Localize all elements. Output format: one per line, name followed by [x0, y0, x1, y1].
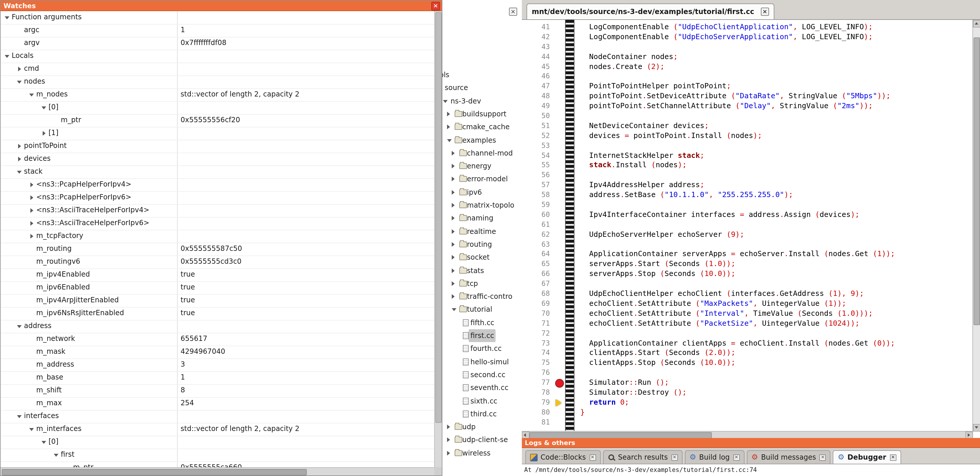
watch-row[interactable]: <ns3::AsciiTraceHelperForIpv4>	[1, 204, 434, 217]
collapse-icon[interactable]	[4, 14, 12, 20]
tree-item-first-cc[interactable]: first.cc	[442, 329, 522, 342]
code-line[interactable]: 70 echoClient.SetAttribute ("Interval", …	[522, 309, 973, 319]
watch-row[interactable]: m_max254	[1, 397, 434, 411]
line-number[interactable]: 78	[522, 388, 555, 398]
line-number[interactable]: 44	[522, 52, 555, 62]
tree-item-cmake-cache[interactable]: cmake_cache	[442, 120, 522, 133]
code-editor[interactable]: 41 LogComponentEnable ("UdpEchoClientApp…	[522, 20, 973, 431]
watch-row[interactable]: argv0x7fffffffdf08	[1, 37, 434, 50]
watch-row[interactable]: nodes	[1, 75, 434, 89]
line-number[interactable]: 52	[522, 131, 555, 141]
watches-horizontal-scrollbar[interactable]	[1, 467, 434, 475]
code-line[interactable]: 51 NetDeviceContainer devices;	[522, 121, 973, 131]
tree-item-source[interactable]: source	[442, 81, 522, 94]
expand-icon[interactable]	[29, 207, 36, 213]
code-line[interactable]: 48 pointToPoint.SetDeviceAttribute ("Dat…	[522, 91, 973, 101]
watch-row[interactable]: m_ipv6Enabledtrue	[1, 281, 434, 295]
line-number[interactable]: 76	[522, 368, 555, 378]
watch-row[interactable]: argc1	[1, 24, 434, 37]
watch-row[interactable]: m_nodesstd::vector of length 2, capacity…	[1, 88, 434, 102]
close-icon[interactable]: ×	[431, 2, 440, 11]
code-line[interactable]: 78 Simulator::Destroy ();	[522, 388, 973, 398]
watch-row[interactable]: [0]	[1, 101, 434, 115]
watch-row[interactable]: devices	[1, 153, 434, 166]
expand-icon[interactable]	[29, 195, 36, 200]
code-line[interactable]: 44 NodeContainer nodes;	[522, 52, 973, 62]
line-number[interactable]: 59	[522, 200, 555, 210]
expand-icon[interactable]	[447, 112, 450, 117]
expand-icon[interactable]	[452, 216, 455, 221]
expand-icon[interactable]	[452, 229, 455, 233]
expand-icon[interactable]	[452, 203, 455, 208]
tree-item-channel-mod[interactable]: channel-mod	[442, 147, 522, 160]
line-number[interactable]: 69	[522, 299, 555, 309]
line-number[interactable]: 49	[522, 101, 555, 111]
watch-row[interactable]: [1]	[1, 127, 434, 141]
code-line[interactable]: 61	[522, 220, 973, 230]
watch-row[interactable]: cmd	[1, 62, 434, 76]
tree-item-stats[interactable]: stats	[442, 264, 522, 277]
watch-row[interactable]: [0]	[1, 436, 434, 449]
code-line[interactable]: 62 UdpEchoServerHelper echoServer (9);	[522, 230, 973, 240]
collapse-icon[interactable]	[452, 308, 457, 311]
tree-item-naming[interactable]: naming	[442, 212, 522, 225]
expand-icon[interactable]	[447, 450, 450, 455]
code-line[interactable]: 52 devices = pointToPoint.Install (nodes…	[522, 131, 973, 141]
expand-icon[interactable]	[447, 125, 450, 129]
line-number[interactable]: 55	[522, 161, 555, 171]
expand-icon[interactable]	[447, 425, 450, 429]
code-line[interactable]: 67	[522, 279, 973, 289]
code-line[interactable]: 81	[522, 417, 973, 427]
code-line[interactable]: 75 clientApps.Stop (Seconds (10.0));	[522, 358, 973, 368]
watch-row[interactable]: m_interfacesstd::vector of length 2, cap…	[1, 423, 434, 436]
tree-item-wireless[interactable]: wireless	[442, 446, 522, 459]
tree-item-udp-client-se[interactable]: udp-client-se	[442, 434, 522, 446]
line-number[interactable]: 43	[522, 42, 555, 52]
code-line[interactable]: 53	[522, 141, 973, 150]
editor-horizontal-scrollbar[interactable]	[522, 431, 973, 438]
watch-row[interactable]: m_ipv4Enabledtrue	[1, 268, 434, 282]
tree-item-ipv6[interactable]: ipv6	[442, 186, 522, 198]
collapse-icon[interactable]	[4, 53, 12, 59]
watch-row[interactable]: <ns3::PcapHelperForIpv4>	[1, 178, 434, 192]
collapse-icon[interactable]	[41, 104, 48, 110]
expand-icon[interactable]	[452, 294, 455, 299]
breakpoint-icon[interactable]	[555, 379, 564, 388]
tree-item-third-cc[interactable]: third.cc	[442, 407, 522, 420]
close-icon[interactable]: ×	[733, 454, 740, 460]
editor-tab[interactable]: mnt/dev/tools/source/ns-3-dev/examples/t…	[527, 3, 774, 19]
line-number[interactable]: 57	[522, 180, 555, 190]
code-line[interactable]: 64 ApplicationContainer serverApps = ech…	[522, 249, 973, 259]
code-line[interactable]: 63	[522, 240, 973, 249]
watch-row[interactable]: m_shift8	[1, 384, 434, 398]
code-line[interactable]: 76	[522, 368, 973, 378]
fold-margin[interactable]	[565, 20, 574, 431]
code-line[interactable]: 72	[522, 328, 973, 338]
watch-row[interactable]: m_base1	[1, 371, 434, 385]
code-line[interactable]: 59	[522, 200, 973, 210]
watch-row[interactable]: m_network655617	[1, 333, 434, 346]
collapse-icon[interactable]	[16, 323, 24, 329]
expand-icon[interactable]	[16, 156, 24, 162]
line-number[interactable]: 54	[522, 150, 555, 161]
expand-icon[interactable]	[452, 164, 455, 168]
watch-row[interactable]: m_routing0x555555587c50	[1, 243, 434, 256]
close-icon[interactable]: ×	[819, 454, 826, 460]
watch-row[interactable]: m_tcpFactory	[1, 230, 434, 243]
tree-item-fourth-cc[interactable]: fourth.cc	[442, 342, 522, 355]
expand-icon[interactable]	[452, 255, 455, 260]
tree-item-traffic-contro[interactable]: traffic-contro	[442, 290, 522, 303]
code-line[interactable]: 68 UdpEchoClientHelper echoClient (inter…	[522, 289, 973, 299]
code-line[interactable]: 65 serverApps.Start (Seconds (1.0));	[522, 259, 973, 269]
expand-icon[interactable]	[29, 220, 36, 226]
expand-icon[interactable]	[452, 242, 455, 247]
line-number[interactable]: 58	[522, 190, 555, 200]
line-number[interactable]: 66	[522, 269, 555, 279]
close-icon[interactable]: ×	[761, 8, 769, 16]
watch-row[interactable]: m_mask4294967040	[1, 346, 434, 359]
expand-icon[interactable]	[452, 281, 455, 286]
watch-row[interactable]: m_routingv60x5555555cd3c0	[1, 256, 434, 269]
watch-row[interactable]: m_address3	[1, 358, 434, 372]
code-line[interactable]: 80}	[522, 407, 973, 417]
logs-tab-debugger[interactable]: Debugger×	[833, 450, 901, 464]
